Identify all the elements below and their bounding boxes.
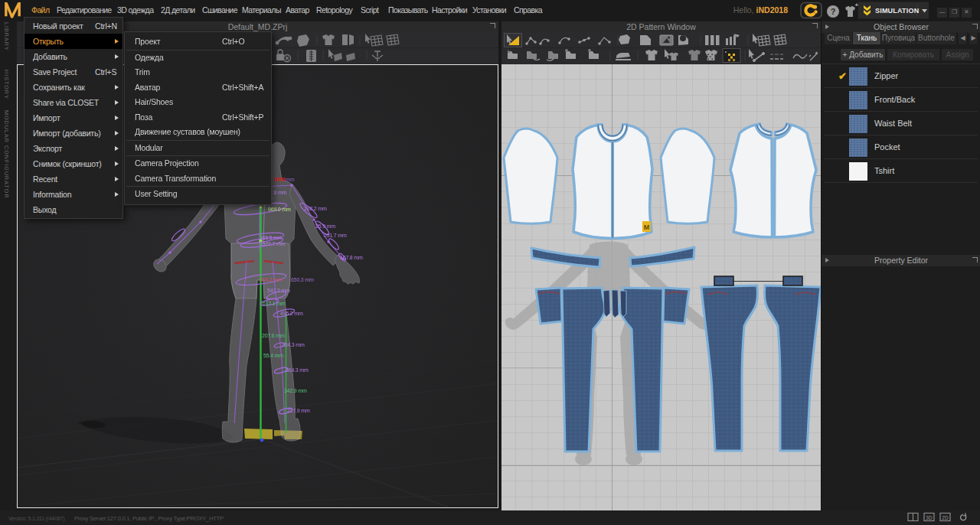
svg-text:M: M <box>644 223 650 231</box>
svg-text:1322.7 mm: 1322.7 mm <box>260 241 286 246</box>
svg-text:365.5 mm: 365.5 mm <box>260 235 283 240</box>
svg-text:304.2 mm: 304.2 mm <box>260 277 283 282</box>
svg-text:25.9 mm: 25.9 mm <box>315 223 335 229</box>
svg-text:mm: mm <box>274 175 286 183</box>
svg-text:?: ? <box>831 7 836 16</box>
svg-text:650.3 mm: 650.3 mm <box>291 277 314 282</box>
svg-text:364.3 mm: 364.3 mm <box>286 367 309 373</box>
svg-text:495.2 mm: 495.2 mm <box>280 311 303 316</box>
svg-text:+: + <box>855 2 859 8</box>
svg-text:288.2 mm: 288.2 mm <box>304 206 327 211</box>
svg-text:55.4 mm: 55.4 mm <box>263 353 283 358</box>
svg-text:207.6 mm: 207.6 mm <box>262 333 285 338</box>
svg-text:2D: 2D <box>942 515 949 520</box>
svg-text:227.9 mm: 227.9 mm <box>287 408 310 413</box>
svg-text:SIMULATION: SIMULATION <box>875 7 919 15</box>
svg-text:2.8 mm: 2.8 mm <box>270 190 287 195</box>
svg-text:mm: mm <box>286 177 295 182</box>
svg-text:354.3 mm: 354.3 mm <box>282 342 305 347</box>
svg-text:547.3 mm: 547.3 mm <box>267 288 290 293</box>
svg-text:251.7 mm: 251.7 mm <box>324 233 347 238</box>
svg-text:167.8 mm: 167.8 mm <box>340 255 363 260</box>
svg-text:617.1 mm: 617.1 mm <box>263 301 286 306</box>
svg-text:3D: 3D <box>926 515 933 520</box>
svg-text:342.9 mm: 342.9 mm <box>284 388 307 393</box>
svg-text:969.0 mm: 969.0 mm <box>268 207 291 212</box>
